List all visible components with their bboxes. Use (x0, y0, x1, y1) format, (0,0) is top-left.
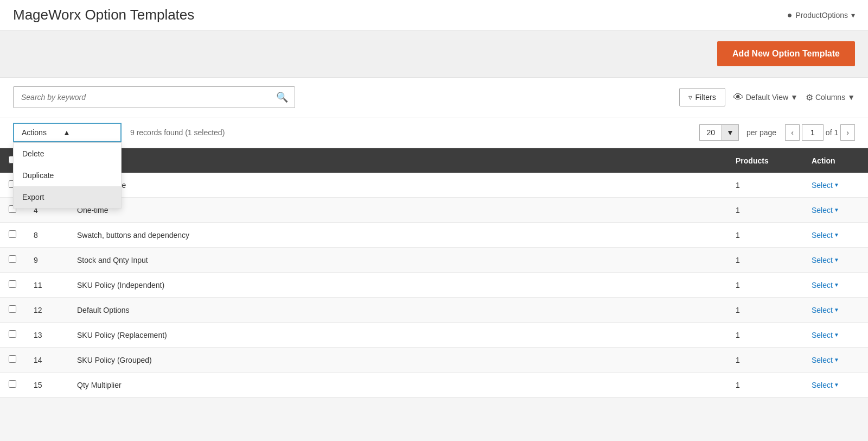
table-row: 12 Default Options 1 Select ▼ (0, 298, 868, 323)
table-row: 14 SKU Policy (Grouped) 1 Select ▼ (0, 348, 868, 373)
row-title: Qty Multiplier (68, 373, 727, 398)
row-title: SKU Policy (Replacement) (68, 323, 727, 348)
add-new-option-template-button[interactable]: Add New Option Template (717, 41, 855, 66)
row-checkbox-cell (0, 373, 25, 398)
filter-icon: ▿ (688, 93, 692, 102)
row-checkbox-cell (0, 223, 25, 248)
row-select-link[interactable]: Select ▼ (812, 381, 859, 389)
columns-chevron: ▼ (847, 93, 855, 102)
search-box: 🔍 (13, 86, 295, 108)
per-page-select: 20 ▼ (699, 124, 738, 141)
pagination-right: 20 ▼ per page ‹ of 1 › (699, 124, 855, 141)
select-chevron: ▼ (834, 182, 839, 188)
row-select-link[interactable]: Select ▼ (812, 331, 859, 339)
table-row: 4 One-time 1 Select ▼ (0, 198, 868, 223)
row-select-link[interactable]: Select ▼ (812, 231, 859, 240)
row-checkbox[interactable] (9, 255, 16, 263)
row-checkbox[interactable] (9, 355, 16, 363)
row-products: 1 (727, 273, 803, 298)
table-row: 13 SKU Policy (Replacement) 1 Select ▼ (0, 323, 868, 348)
columns-button[interactable]: ⚙ Columns ▼ (806, 92, 855, 103)
row-checkbox-cell (0, 348, 25, 373)
row-action: Select ▼ (803, 348, 868, 373)
main-content: ID ▼ Title Products Action 3 Absolute Pr… (0, 148, 868, 398)
page-nav: ‹ of 1 › (785, 124, 855, 141)
table-row: 9 Stock and Qnty Input 1 Select ▼ (0, 248, 868, 273)
actions-select-trigger[interactable]: Actions ▲ (13, 123, 122, 142)
per-page-value: 20 (700, 125, 722, 140)
table-body: 3 Absolute Price 1 Select ▼ 4 One-time 1… (0, 173, 868, 398)
actions-duplicate-item[interactable]: Duplicate (14, 165, 121, 186)
row-checkbox-cell (0, 323, 25, 348)
row-id: 15 (25, 373, 68, 398)
actions-export-item[interactable]: Export (14, 186, 121, 208)
row-action: Select ▼ (803, 223, 868, 248)
row-action: Select ▼ (803, 323, 868, 348)
row-select-link[interactable]: Select ▼ (812, 181, 859, 190)
row-action: Select ▼ (803, 173, 868, 198)
user-dropdown-icon: ▾ (851, 11, 855, 20)
row-id: 11 (25, 273, 68, 298)
user-icon: ● (787, 10, 793, 20)
row-products: 1 (727, 298, 803, 323)
row-select-link[interactable]: Select ▼ (812, 256, 859, 264)
prev-page-button[interactable]: ‹ (785, 124, 800, 141)
search-button[interactable]: 🔍 (270, 87, 295, 108)
actions-delete-item[interactable]: Delete (14, 143, 121, 165)
user-label: ProductOptions (796, 11, 848, 20)
filters-label: Filters (695, 93, 716, 102)
table-header: ID ▼ Title Products Action (0, 148, 868, 173)
select-chevron: ▼ (834, 382, 839, 388)
row-products: 1 (727, 198, 803, 223)
default-view-chevron: ▼ (790, 93, 798, 102)
table-row: 11 SKU Policy (Independent) 1 Select ▼ (0, 273, 868, 298)
select-chevron: ▼ (834, 257, 839, 263)
row-checkbox[interactable] (9, 280, 16, 288)
gear-icon: ⚙ (806, 92, 813, 103)
user-menu[interactable]: ● ProductOptions ▾ (787, 10, 855, 20)
per-page-dropdown-arrow[interactable]: ▼ (722, 125, 738, 140)
row-id: 13 (25, 323, 68, 348)
select-chevron: ▼ (834, 232, 839, 238)
row-title: Swatch, buttons and dependency (68, 223, 727, 248)
row-select-link[interactable]: Select ▼ (812, 206, 859, 215)
row-id: 8 (25, 223, 68, 248)
row-products: 1 (727, 323, 803, 348)
next-page-button[interactable]: › (840, 124, 855, 141)
row-checkbox[interactable] (9, 230, 16, 238)
eye-icon: 👁 (733, 91, 744, 104)
row-title: Stock and Qnty Input (68, 248, 727, 273)
filter-controls: ▿ Filters 👁 Default View ▼ ⚙ Columns ▼ (679, 88, 855, 106)
actions-label: Actions (22, 128, 47, 137)
actions-arrow-icon: ▲ (63, 128, 71, 137)
search-input[interactable] (14, 87, 270, 107)
select-chevron: ▼ (834, 307, 839, 313)
row-title: Absolute Price (68, 173, 727, 198)
row-products: 1 (727, 373, 803, 398)
row-select-link[interactable]: Select ▼ (812, 356, 859, 364)
row-checkbox[interactable] (9, 305, 16, 313)
page-of-label: of (826, 128, 832, 137)
filters-button[interactable]: ▿ Filters (679, 88, 725, 106)
default-view-button[interactable]: 👁 Default View ▼ (733, 91, 798, 104)
page-number-input[interactable] (802, 124, 824, 141)
filter-bar: 🔍 ▿ Filters 👁 Default View ▼ ⚙ Columns ▼ (0, 78, 868, 117)
row-action: Select ▼ (803, 198, 868, 223)
row-action: Select ▼ (803, 373, 868, 398)
row-action: Select ▼ (803, 298, 868, 323)
header-title-col: Title (68, 148, 727, 173)
select-chevron: ▼ (834, 207, 839, 213)
row-checkbox[interactable] (9, 330, 16, 338)
row-title: One-time (68, 198, 727, 223)
row-title: SKU Policy (Grouped) (68, 348, 727, 373)
per-page-label: per page (746, 128, 776, 137)
row-select-link[interactable]: Select ▼ (812, 281, 859, 289)
row-select-link[interactable]: Select ▼ (812, 306, 859, 314)
row-title: SKU Policy (Independent) (68, 273, 727, 298)
page-total: 1 (834, 128, 839, 137)
row-action: Select ▼ (803, 273, 868, 298)
top-bar: MageWorx Option Templates ● ProductOptio… (0, 0, 868, 30)
row-id: 12 (25, 298, 68, 323)
toolbar-bar: Add New Option Template (0, 30, 868, 78)
row-checkbox[interactable] (9, 380, 16, 388)
